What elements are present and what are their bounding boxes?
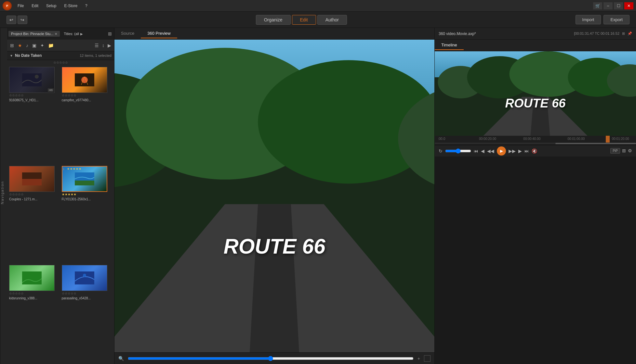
folder-icon[interactable]: 📁 bbox=[47, 42, 55, 49]
pip-button[interactable]: PiP bbox=[610, 148, 620, 154]
right-preview-area: ROUTE 66 bbox=[435, 51, 636, 136]
media-filename: kidsrunning_v388... bbox=[9, 296, 60, 300]
left-panel-toolbar: ⊞ ★ ♪ ▣ ✦ 📁 ☰ ↕ ▶ bbox=[7, 40, 114, 51]
expand-icon[interactable]: ⊞ bbox=[622, 31, 625, 36]
nav-btn-redo[interactable]: ↪ bbox=[18, 16, 27, 24]
project-bin-close[interactable]: ✕ bbox=[55, 32, 57, 36]
close-button[interactable]: ✕ bbox=[624, 2, 633, 9]
preview-tabs: Source 360 Preview bbox=[114, 28, 434, 40]
menu-item-help[interactable]: ? bbox=[83, 3, 89, 9]
settings-icon[interactable]: ✦ bbox=[39, 42, 45, 49]
export-button[interactable]: Export bbox=[603, 15, 629, 24]
play-button[interactable]: ▶ bbox=[497, 146, 506, 156]
list-item[interactable]: ☆☆☆☆☆ parasailing_v5428... bbox=[62, 265, 113, 362]
star4: ★ bbox=[76, 167, 78, 170]
ruler-mark-0: :00.0 bbox=[438, 137, 445, 141]
loop-icon[interactable]: ↻ bbox=[439, 148, 443, 154]
media-thumb[interactable] bbox=[9, 166, 55, 192]
view-grid-icon[interactable]: ⊞ bbox=[9, 42, 15, 49]
media-thumb[interactable] bbox=[62, 265, 107, 291]
svg-rect-7 bbox=[75, 181, 94, 185]
list-view-icon[interactable]: ☰ bbox=[94, 42, 100, 49]
timecode-value: [00:01:31.47 TC 00:01:16.52 bbox=[574, 31, 619, 36]
pin-icon[interactable]: 📌 bbox=[628, 31, 632, 36]
volume-slider[interactable] bbox=[445, 148, 471, 154]
left-panel: Project Bin: Pinnacle Stu... ✕ Titles: (… bbox=[7, 28, 114, 364]
menu-item-edit[interactable]: Edit bbox=[30, 3, 40, 9]
section-collapse-icon[interactable]: ▼ bbox=[10, 54, 13, 57]
panel-dock-icon[interactable]: ⊞ bbox=[107, 31, 113, 37]
zoom-in-icon[interactable]: + bbox=[417, 356, 420, 361]
media-filename: parasailing_v5428... bbox=[62, 296, 113, 300]
preview-size-icon[interactable] bbox=[424, 355, 431, 362]
titles-arrow-icon: ▶ bbox=[80, 32, 83, 36]
rewind-icon[interactable]: ◀◀ bbox=[487, 148, 494, 154]
svg-point-1 bbox=[35, 75, 39, 79]
media-thumb[interactable]: ℹ ✓ ★ ★ ★ ★ ★ bbox=[62, 166, 107, 192]
nav-sidebar: Navigation bbox=[0, 28, 7, 364]
media-thumb[interactable] bbox=[62, 67, 107, 93]
menu-item-estore[interactable]: E-Store bbox=[62, 3, 79, 9]
nav-sidebar-label: Navigation bbox=[0, 179, 4, 207]
tab-source[interactable]: Source bbox=[114, 29, 141, 38]
right-playback-controls: ↻ ⏮ ◀ ◀◀ ▶ ▶▶ ▶ ⏭ 🔇 PiP ⊞ ⚙ bbox=[435, 145, 636, 157]
media-thumb[interactable] bbox=[9, 265, 55, 291]
mute-icon[interactable]: 🔇 bbox=[532, 148, 537, 154]
stars-row: ☆☆☆☆☆ bbox=[9, 291, 60, 296]
right-preview-tabs: Timeline bbox=[435, 40, 636, 51]
menu-item-setup[interactable]: Setup bbox=[44, 3, 58, 9]
nav-author[interactable]: Author bbox=[317, 15, 347, 25]
minimize-button[interactable]: – bbox=[603, 2, 613, 9]
next-frame-icon[interactable]: ▶ bbox=[518, 148, 522, 154]
top-nav: ↩ ↪ Organize Edit Author Import Export bbox=[0, 12, 636, 28]
tab-360-preview[interactable]: 360 Preview bbox=[141, 29, 177, 38]
sort-icon[interactable]: ↕ bbox=[101, 42, 105, 49]
nav-edit[interactable]: Edit bbox=[292, 15, 316, 25]
info-icon: ℹ bbox=[63, 167, 64, 171]
zoom-slider[interactable] bbox=[128, 356, 414, 361]
menu-item-file[interactable]: File bbox=[16, 3, 26, 9]
media-filename: 91608675_V_HD1... bbox=[9, 98, 60, 102]
media-duration: HD bbox=[48, 88, 54, 92]
full-screen-icon[interactable]: ⊞ bbox=[622, 148, 626, 154]
route66-video: ROUTE 66 bbox=[114, 40, 434, 352]
settings-btn[interactable]: ⚙ bbox=[628, 148, 632, 154]
list-item[interactable]: ☆☆☆☆☆ kidsrunning_v388... bbox=[9, 265, 60, 362]
stars-row: ★★★★★ bbox=[62, 192, 113, 197]
stars-rating: ☆☆☆☆☆ bbox=[53, 61, 68, 64]
right-timeline-ruler: :00.0 00:00:20.00 00:00:40.00 00:01:00.0… bbox=[435, 136, 636, 145]
film-icon[interactable]: ▣ bbox=[31, 42, 37, 49]
media-thumb[interactable]: HD bbox=[9, 67, 55, 93]
right-video: ROUTE 66 bbox=[435, 51, 636, 136]
timecode-display: [00:01:31.47 TC 00:01:16.52 ⊞ 📌 bbox=[574, 31, 632, 36]
tab-timeline[interactable]: Timeline bbox=[435, 41, 464, 50]
action-buttons: Import Export bbox=[576, 15, 629, 24]
project-bin-tab[interactable]: Project Bin: Pinnacle Stu... ✕ bbox=[8, 31, 60, 37]
list-item[interactable]: ☆☆☆☆☆ Couples - 1271.m... bbox=[9, 166, 60, 263]
menu-bar: P File Edit Setup E-Store ? 🛒 – ☐ ✕ bbox=[0, 0, 636, 12]
zoom-out-icon[interactable]: 🔍 bbox=[118, 356, 124, 361]
ruler-mark-1: 00:00:20.00 bbox=[479, 137, 496, 141]
maximize-button[interactable]: ☐ bbox=[614, 2, 623, 9]
more-icon[interactable]: ▶ bbox=[107, 42, 112, 49]
star3: ★ bbox=[73, 167, 75, 170]
left-panel-header: ▼ No Date Taken 12 items, 1 selected bbox=[7, 51, 114, 60]
titles-tab[interactable]: Titles: (all ▶ bbox=[61, 31, 86, 37]
list-item[interactable]: ℹ ✓ ★ ★ ★ ★ ★ ★★★★★ FLY01301-2560x1... bbox=[62, 166, 113, 263]
cart-button[interactable]: 🛒 bbox=[593, 2, 602, 9]
skip-start-icon[interactable]: ⏮ bbox=[474, 148, 478, 154]
star2: ★ bbox=[70, 167, 73, 170]
prev-frame-icon[interactable]: ◀ bbox=[481, 148, 484, 154]
list-item[interactable]: HD ☆☆☆☆☆ 91608675_V_HD1... bbox=[9, 67, 60, 164]
music-icon[interactable]: ♪ bbox=[25, 42, 29, 49]
skip-end-icon[interactable]: ⏭ bbox=[524, 148, 529, 154]
list-item[interactable]: ☆☆☆☆☆ campfire_v977480... bbox=[62, 67, 113, 164]
stars-row: ☆☆☆☆☆ bbox=[9, 192, 60, 197]
nav-organize[interactable]: Organize bbox=[256, 15, 291, 25]
forward-icon[interactable]: ▶▶ bbox=[509, 148, 516, 154]
star-icon[interactable]: ★ bbox=[17, 42, 23, 49]
nav-btn-undo[interactable]: ↩ bbox=[7, 16, 16, 24]
stars-row: ☆☆☆☆☆ bbox=[62, 291, 113, 296]
import-button[interactable]: Import bbox=[576, 15, 601, 24]
right-route66-text: ROUTE 66 bbox=[505, 96, 566, 110]
